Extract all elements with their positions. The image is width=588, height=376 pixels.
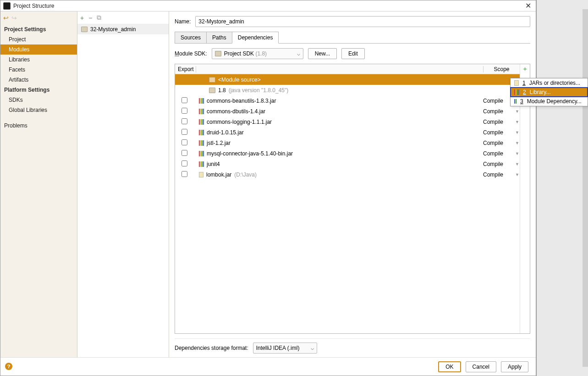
library-icon — [199, 98, 204, 104]
sidebar-item-problems[interactable]: Problems — [0, 121, 77, 131]
back-icon[interactable]: ↩ — [3, 14, 9, 22]
export-checkbox[interactable] — [181, 139, 187, 145]
sidebar-item-project[interactable]: Project — [0, 34, 77, 44]
export-checkbox[interactable] — [181, 150, 187, 156]
heading-platform-settings: Platform Settings — [0, 85, 77, 95]
help-icon[interactable]: ? — [5, 363, 12, 370]
module-sdk-select[interactable]: Project SDK (1.8) — [212, 48, 303, 59]
module-name: 32-Mystore_admin — [90, 26, 136, 33]
popup-item-jars[interactable]: 1JARs or directories... — [511, 78, 588, 88]
sidebar-item-artifacts[interactable]: Artifacts — [0, 75, 77, 85]
library-icon — [514, 89, 519, 95]
dialog-title: Project Structure — [13, 3, 523, 9]
new-sdk-button[interactable]: New... — [308, 48, 337, 59]
jar-icon — [514, 80, 519, 86]
tab-sources[interactable]: Sources — [175, 32, 207, 43]
sidebar-item-modules[interactable]: Modules — [0, 44, 77, 55]
library-icon — [199, 151, 204, 156]
source-folder-icon — [209, 77, 215, 83]
library-icon — [199, 119, 204, 125]
export-checkbox[interactable] — [181, 108, 187, 114]
name-label: Name: — [175, 18, 191, 25]
library-icon — [199, 130, 204, 135]
module-list-toolbar: + − ⧉ — [77, 11, 169, 24]
module-detail-panel: Name: Sources Paths Dependencies MModule… — [169, 11, 536, 357]
library-icon — [199, 140, 204, 146]
library-icon — [199, 109, 204, 114]
background-editor — [536, 0, 588, 376]
dependencies-table: Export Scope <Module source> 1.8 (java v… — [175, 64, 520, 333]
sdk-folder-icon — [215, 51, 221, 56]
table-row[interactable]: 1.8 (java version "1.8.0_45") — [175, 85, 520, 95]
module-name-input[interactable] — [195, 16, 530, 27]
close-icon[interactable]: ✕ — [523, 1, 533, 10]
sidebar-item-libraries[interactable]: Libraries — [0, 55, 77, 65]
dependencies-table-wrap: Export Scope <Module source> 1.8 (java v… — [175, 64, 530, 334]
copy-module-icon[interactable]: ⧉ — [97, 14, 101, 22]
table-row[interactable]: commons-logging-1.1.1.jarCompile▼ — [175, 116, 520, 127]
ok-button[interactable]: OK — [438, 361, 461, 372]
sdk-value: Project SDK (1.8) — [224, 50, 267, 57]
table-row[interactable]: commons-dbutils-1.4.jarCompile▼ — [175, 106, 520, 116]
intellij-icon — [3, 2, 11, 10]
col-export: Export — [175, 66, 196, 72]
popup-item-module-dep[interactable]: 3Module Dependency... — [511, 97, 588, 106]
table-row[interactable]: druid-1.0.15.jarCompile▼ — [175, 127, 520, 138]
module-list-panel: + − ⧉ 32-Mystore_admin — [77, 11, 169, 357]
export-checkbox[interactable] — [181, 118, 187, 124]
table-row[interactable]: mysql-connector-java-5.1.40-bin.jarCompi… — [175, 148, 520, 159]
add-dependency-popup: 1JARs or directories... 2Library... 3Mod… — [510, 78, 588, 106]
table-row[interactable]: junit4Compile▼ — [175, 159, 520, 169]
forward-icon[interactable]: ↪ — [11, 14, 17, 22]
jar-icon — [199, 172, 203, 177]
jdk-folder-icon — [209, 88, 215, 93]
storage-format-select[interactable]: IntelliJ IDEA (.iml) — [253, 343, 317, 354]
module-sdk-label: MModule SDK:odule SDK: — [175, 50, 207, 57]
module-folder-icon — [81, 27, 88, 32]
table-header: Export Scope — [175, 64, 520, 74]
table-row[interactable]: lombok.jar (D:\Java)Compile▼ — [175, 169, 520, 180]
sidebar-item-facets[interactable]: Facets — [0, 65, 77, 75]
tab-paths[interactable]: Paths — [206, 32, 232, 43]
add-dependency-icon[interactable]: + — [523, 65, 527, 72]
module-list-item[interactable]: 32-Mystore_admin — [77, 24, 169, 34]
edit-sdk-button[interactable]: Edit — [341, 48, 365, 59]
cancel-button[interactable]: Cancel — [466, 361, 496, 372]
module-tabs: Sources Paths Dependencies — [175, 32, 530, 44]
apply-button[interactable]: Apply — [501, 361, 528, 372]
col-scope: Scope — [483, 66, 520, 72]
heading-project-settings: Project Settings — [0, 24, 77, 34]
remove-module-icon[interactable]: − — [88, 14, 92, 22]
export-checkbox[interactable] — [181, 160, 187, 166]
project-structure-dialog: Project Structure ✕ ↩ ↪ Project Settings… — [0, 0, 536, 376]
table-row[interactable]: jstl-1.2.jarCompile▼ — [175, 138, 520, 148]
popup-item-library[interactable]: 2Library... — [511, 88, 588, 97]
sidebar-toolbar: ↩ ↪ — [0, 11, 77, 24]
table-row[interactable]: commons-beanutils-1.8.3.jarCompile▼ — [175, 95, 520, 106]
sidebar-item-sdks[interactable]: SDKs — [0, 95, 77, 105]
titlebar: Project Structure ✕ — [0, 0, 536, 11]
export-checkbox[interactable] — [181, 97, 187, 103]
sidebar: ↩ ↪ Project Settings Project Modules Lib… — [0, 11, 77, 357]
dialog-footer: OK Cancel Apply — [0, 357, 536, 376]
add-module-icon[interactable]: + — [80, 14, 84, 22]
storage-label: Dependencies storage format: — [175, 345, 248, 351]
sidebar-item-global-libraries[interactable]: Global Libraries — [0, 105, 77, 115]
export-checkbox[interactable] — [181, 171, 187, 177]
tab-dependencies[interactable]: Dependencies — [232, 32, 279, 44]
module-dep-icon — [514, 99, 517, 104]
library-icon — [199, 161, 204, 167]
table-row[interactable]: <Module source> — [175, 74, 520, 85]
export-checkbox[interactable] — [181, 129, 187, 135]
